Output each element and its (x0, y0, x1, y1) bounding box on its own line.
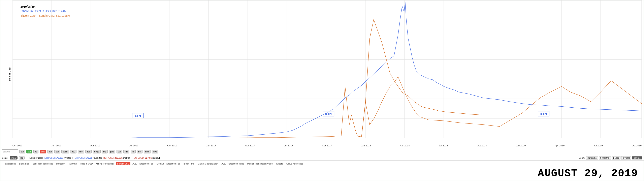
nav-block-time[interactable]: Block Time (182, 162, 196, 165)
eth-usd-label1: ETH/USD: 179.037 (44, 157, 64, 159)
nav-market-cap[interactable]: Market Capitalization (196, 162, 220, 165)
x-label-oct2018: Oct 2018 (477, 144, 487, 147)
coin-ppc[interactable]: ppc (109, 150, 115, 154)
x-label-jan2018: Jan 2018 (361, 144, 371, 147)
scale-label: Scale: (2, 157, 8, 159)
coin-nvc[interactable]: nvc (152, 150, 158, 154)
coin-xrp[interactable]: xrp (47, 150, 53, 154)
date-row: AUGUST 29, 2019 (0, 166, 644, 180)
x-label-jul2018: Jul 2018 (439, 144, 448, 147)
x-label-jul2016: Jul 2016 (129, 144, 138, 147)
zoom-6months[interactable]: 6 months (599, 156, 610, 160)
nav-price-usd[interactable]: Price in USD (79, 162, 94, 165)
search-input[interactable] (2, 150, 18, 154)
coin-etc[interactable]: etc (54, 150, 60, 154)
zoom-1year[interactable]: 1 year (612, 156, 621, 160)
coin-bch[interactable]: bch (40, 150, 46, 154)
x-label-jul2019: Jul 2019 (594, 144, 603, 147)
eth-price-hitbtc: ETH/USD: 179.037 (hitbtc) (44, 157, 71, 159)
nav-median-tx-value[interactable]: Median Transaction Value (246, 162, 274, 165)
nav-median-fee[interactable]: Median Transaction Fee (155, 162, 182, 165)
zoom-2years[interactable]: 2 years (621, 156, 631, 160)
x-label-jan2016: Jan 2016 (51, 144, 61, 147)
x-axis-labels: Oct 2015 Jan 2016 Apr 2016 Jul 2016 Oct … (12, 144, 642, 147)
nav-mining[interactable]: Mining Profitability (94, 162, 115, 165)
y-axis-label: Sent in USD (8, 67, 11, 82)
x-label-oct2016: Oct 2016 (167, 144, 177, 147)
bch-price-p2pb2b: BCH/USD: 227.56 (p2pb2b) (134, 157, 161, 159)
coin-eth[interactable]: eth (26, 150, 32, 154)
coin-rdd[interactable]: rdd (123, 150, 130, 154)
chart-svg: 35G 30G 25G 20G 15G 10G 5G 0 ETH ETH ETH (12, 0, 642, 138)
x-label-apr2019: Apr 2019 (555, 144, 565, 147)
coin-btg[interactable]: btg (102, 150, 108, 154)
nav-hashrate[interactable]: Hashrate (66, 162, 78, 165)
nav-tweets[interactable]: Tweets (275, 162, 284, 165)
nav-difficulty[interactable]: Difficulty (55, 162, 66, 165)
coin-vtc[interactable]: vtc (116, 150, 122, 154)
x-label-jan2019: Jan 2019 (516, 144, 526, 147)
nav-bar: Transactions Block Size Sent from addres… (0, 160, 644, 166)
svg-text:ETH: ETH (134, 114, 141, 117)
coin-nmc[interactable]: nmc (144, 150, 151, 154)
zoom-label: Zoom: (579, 157, 585, 159)
coin-ltc[interactable]: ltc (34, 150, 38, 154)
coin-ftc[interactable]: ftc (130, 150, 136, 154)
coin-bsv[interactable]: bsv (70, 150, 76, 154)
x-label-jan2017: Jan 2017 (206, 144, 216, 147)
nav-avg-tx-value[interactable]: Avg. Transaction Value (220, 162, 245, 165)
coin-zec[interactable]: zec (85, 150, 92, 154)
main-container: Sent in USD 2019/08/29: Ethereum - Sent … (0, 0, 644, 181)
x-label-apr2018: Apr 2018 (400, 144, 410, 147)
controls-bar: btc eth ltc bch xrp etc dash bsv xmr zec… (0, 148, 644, 155)
coin-btc[interactable]: btc (19, 150, 25, 154)
x-label-jul2017: Jul 2017 (284, 144, 293, 147)
coin-xmr[interactable]: xmr (78, 150, 84, 154)
zoom-3months[interactable]: 3 months (586, 156, 598, 160)
nav-block-size[interactable]: Block Size (18, 162, 30, 165)
prices-prefix: Latest Prices: (30, 157, 43, 159)
zoom-section: Zoom: 3 months 6 months 1 year 2 years a… (579, 156, 642, 160)
big-date: AUGUST 29, 2019 (538, 168, 642, 179)
chart-svg-container: 35G 30G 25G 20G 15G 10G 5G 0 ETH ETH ETH (12, 0, 642, 138)
coin-blk[interactable]: blk (137, 150, 142, 154)
nav-sent-from[interactable]: Sent from addresses (32, 162, 54, 165)
nav-items: Transactions Block Size Sent from addres… (2, 162, 304, 165)
x-label-oct2017: Oct 2017 (322, 144, 332, 147)
chart-area: Sent in USD 2019/08/29: Ethereum - Sent … (0, 0, 644, 148)
coin-doge[interactable]: doge (93, 150, 100, 154)
nav-sent-usd[interactable]: Sent in USD (116, 162, 130, 165)
coin-dash[interactable]: dash (62, 150, 69, 154)
x-label-oct2015: Oct 2015 (12, 144, 22, 147)
bch-price-hitbtc: BCH/USD: 237.075 (hitbtc) (104, 157, 130, 159)
x-label-apr2016: Apr 2016 (90, 144, 100, 147)
scale-linear-btn[interactable]: linear (10, 156, 18, 160)
nav-transactions[interactable]: Transactions (2, 162, 17, 165)
x-label-oct2019: Oct 2019 (632, 144, 642, 147)
eth-price-p2pb2b: ETH/USD: 179.26 (p2pb2b) (75, 157, 102, 159)
svg-text:ETH: ETH (325, 112, 332, 115)
zoom-alltime[interactable]: all time (632, 156, 642, 160)
nav-active-addr[interactable]: Active Addresses (285, 162, 304, 165)
scale-log-btn[interactable]: log (19, 156, 24, 160)
x-label-apr2017: Apr 2017 (245, 144, 255, 147)
nav-avg-fee[interactable]: Avg. Transaction Fee (131, 162, 154, 165)
scale-bar: Scale: linear log Latest Prices: ETH/USD… (0, 155, 644, 160)
svg-text:ETH: ETH (540, 112, 547, 115)
